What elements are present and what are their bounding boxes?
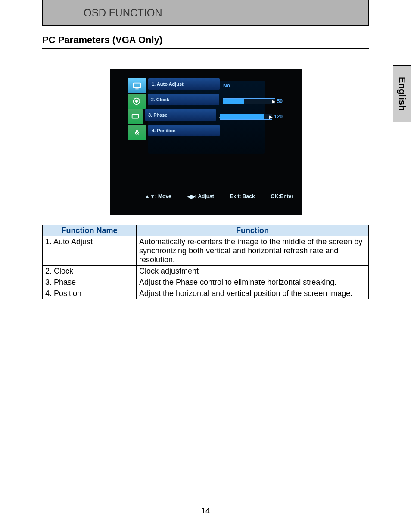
language-tab: English [393, 65, 411, 122]
osd-tab-audio-icon [128, 94, 146, 109]
table-cell-desc: Adjust the Phase control to eliminate ho… [137, 277, 369, 288]
svg-rect-4 [132, 115, 139, 118]
table-cell-desc: Clock adjustment [137, 266, 369, 277]
table-cell-desc: Adjust the horizontal and vertical posit… [137, 288, 369, 299]
osd-item-4: 4. Position [148, 125, 220, 136]
table-cell-name: 4. Position [43, 288, 137, 299]
table-row: 2. Clock Clock adjustment [43, 266, 369, 277]
section-heading: PC Parameters (VGA Only) [42, 34, 369, 49]
osd-panel: 1. Auto Adjust No 2. Clock ◀▶ 50 3. Phas… [128, 78, 283, 140]
osd-item-2: 2. Clock [148, 94, 219, 105]
table-cell-name: 1. Auto Adjust [43, 236, 137, 266]
osd-hint-adjust: ◀▶: Adjust [187, 193, 214, 199]
svg-rect-0 [134, 83, 141, 88]
osd-tab-pc-icon [128, 78, 146, 93]
table-cell-name: 2. Clock [43, 266, 137, 277]
osd-tab-misc-icon: & [128, 125, 146, 140]
table-row: 4. Position Adjust the horizontal and ve… [43, 288, 369, 299]
language-tab-label: English [396, 77, 408, 111]
header-tab-spacer [43, 0, 78, 25]
page-number: 14 [0, 507, 411, 516]
osd-item-3-value: 120 [274, 114, 283, 120]
table-head-desc: Function [137, 225, 369, 236]
osd-item-2-slider: ◀▶ [223, 98, 275, 104]
osd-screenshot: 1. Auto Adjust No 2. Clock ◀▶ 50 3. Phas… [110, 69, 302, 215]
osd-hints: ▲▼: Move ◀▶: Adjust Exit: Back OK:Enter [145, 193, 293, 199]
osd-tab-display-icon [128, 109, 143, 124]
table-row: 3. Phase Adjust the Phase control to eli… [43, 277, 369, 288]
table-row: 1. Auto Adjust Automatically re-centers … [43, 236, 369, 266]
table-cell-name: 3. Phase [43, 277, 137, 288]
function-table: Function Name Function 1. Auto Adjust Au… [42, 225, 369, 299]
header-bar: OSD FUNCTION [42, 0, 369, 26]
osd-hint-move: ▲▼: Move [145, 193, 171, 199]
table-cell-desc: Automatically re-centers the image to th… [137, 236, 369, 266]
svg-point-3 [136, 100, 138, 103]
osd-item-2-value: 50 [277, 98, 283, 104]
svg-text:&: & [135, 129, 139, 136]
header-title: OSD FUNCTION [78, 0, 368, 25]
table-head-row: Function Name Function [43, 225, 369, 236]
osd-hint-exit: Exit: Back [230, 193, 255, 199]
osd-item-3: 3. Phase [145, 109, 216, 121]
osd-item-1-value: No [223, 83, 230, 89]
osd-item-3-slider: ◀▶ [220, 114, 272, 120]
osd-item-1: 1. Auto Adjust [148, 78, 220, 90]
osd-hint-ok: OK:Enter [271, 193, 293, 199]
table-head-name: Function Name [43, 225, 137, 236]
